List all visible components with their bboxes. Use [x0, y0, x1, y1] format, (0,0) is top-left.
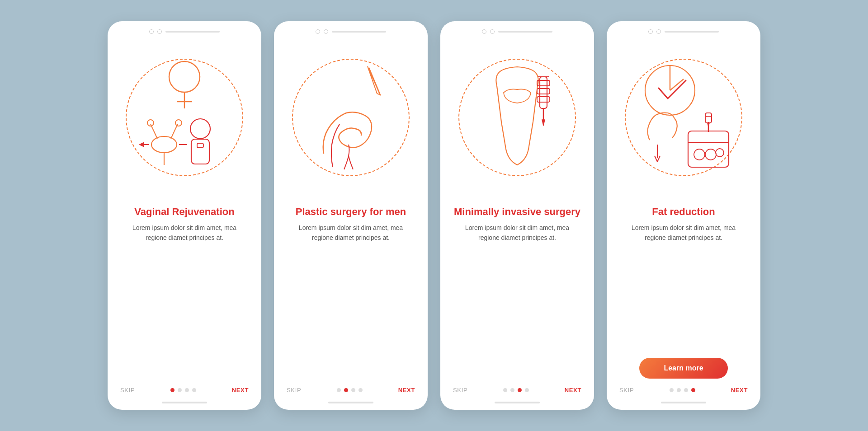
dot-3-2	[510, 388, 514, 392]
card-2-bottom-bar	[328, 402, 373, 403]
svg-point-24	[694, 149, 705, 160]
card-2-title: Plastic surgery for men	[287, 206, 415, 218]
dot-2-1	[337, 388, 341, 392]
svg-rect-5	[197, 143, 203, 148]
icon-vaginal-rejuvenation	[130, 50, 239, 185]
card-1-skip[interactable]: SKIP	[120, 387, 135, 394]
top-line-2	[332, 31, 386, 33]
top-circle-2	[157, 29, 162, 34]
svg-rect-15	[537, 80, 550, 86]
dot-2-2	[344, 388, 348, 392]
card-3-bottom-bar	[495, 402, 540, 403]
card-4-body: Lorem ipsum dolor sit dim amet, mea regi…	[607, 223, 760, 350]
learn-more-button[interactable]: Learn more	[639, 358, 727, 379]
card-3-title: Minimally invasive surgery	[445, 206, 590, 218]
top-line-3	[498, 31, 552, 33]
dot-1-4	[192, 388, 196, 392]
card-4-dots	[670, 388, 695, 392]
card-1-title: Vaginal Rejuvenation	[125, 206, 243, 218]
top-circle-8	[656, 29, 661, 34]
dot-4-2	[677, 388, 681, 392]
svg-point-3	[190, 119, 210, 139]
dot-3-4	[525, 388, 529, 392]
card-1-body: Lorem ipsum dolor sit dim amet, mea regi…	[108, 223, 261, 301]
svg-rect-13	[540, 77, 547, 108]
dot-3-3	[518, 388, 522, 392]
icon-fat-reduction	[625, 50, 742, 185]
svg-point-0	[169, 61, 200, 92]
card-minimally-invasive: Minimally invasive surgery Lorem ipsum d…	[440, 21, 594, 410]
card-3-dots	[503, 388, 529, 392]
svg-rect-16	[537, 89, 550, 94]
card-4-skip[interactable]: SKIP	[619, 387, 634, 394]
icon-minimally-invasive	[463, 50, 571, 185]
card-2-skip[interactable]: SKIP	[287, 387, 301, 394]
top-line-1	[165, 31, 220, 33]
card-4-bottom-bar	[661, 402, 706, 403]
top-bar-3	[440, 29, 594, 34]
dot-2-3	[351, 388, 355, 392]
card-2-footer: SKIP NEXT	[274, 379, 428, 398]
card-vaginal-rejuvenation: Vaginal Rejuvenation Lorem ipsum dolor s…	[108, 21, 261, 410]
card-plastic-surgery-men: Plastic surgery for men Lorem ipsum dolo…	[274, 21, 428, 410]
top-bar-2	[274, 29, 428, 34]
card-3-footer: SKIP NEXT	[440, 379, 594, 398]
card-1-next[interactable]: NEXT	[232, 387, 249, 394]
card-2-dots	[337, 388, 363, 392]
dot-1-3	[185, 388, 189, 392]
card-1-dots	[170, 388, 196, 392]
card-4-next[interactable]: NEXT	[731, 387, 748, 394]
top-circle-4	[324, 29, 328, 34]
svg-point-25	[705, 149, 716, 160]
top-circle-6	[490, 29, 495, 34]
illustration-fat	[607, 34, 760, 201]
svg-point-26	[716, 149, 724, 157]
card-2-next[interactable]: NEXT	[398, 387, 415, 394]
dot-2-4	[359, 388, 363, 392]
svg-rect-22	[688, 131, 729, 167]
card-3-next[interactable]: NEXT	[565, 387, 581, 394]
dot-1-2	[178, 388, 182, 392]
svg-rect-28	[705, 113, 712, 123]
cards-container: Vaginal Rejuvenation Lorem ipsum dolor s…	[108, 21, 760, 410]
svg-rect-17	[537, 97, 550, 102]
top-circle-3	[316, 29, 320, 34]
dot-4-1	[670, 388, 674, 392]
illustration-plastic	[274, 34, 428, 201]
illustration-minimally	[440, 34, 594, 201]
dot-4-3	[684, 388, 688, 392]
top-circle-5	[482, 29, 486, 34]
dot-3-1	[503, 388, 507, 392]
card-2-body: Lorem ipsum dolor sit dim amet, mea regi…	[274, 223, 428, 301]
illustration-vaginal	[108, 34, 261, 201]
top-bar-4	[607, 29, 760, 34]
top-bar-1	[108, 29, 261, 34]
card-4-footer: SKIP NEXT	[607, 379, 760, 398]
icon-plastic-surgery	[297, 50, 405, 185]
svg-point-8	[175, 120, 182, 126]
top-circle-1	[149, 29, 154, 34]
card-fat-reduction: Fat reduction Lorem ipsum dolor sit dim …	[607, 21, 760, 410]
card-1-footer: SKIP NEXT	[108, 379, 261, 398]
dot-1-1	[170, 388, 175, 392]
card-1-bottom-bar	[162, 402, 207, 403]
top-circle-7	[648, 29, 653, 34]
dot-4-4	[691, 388, 695, 392]
svg-point-6	[151, 136, 177, 153]
card-3-body: Lorem ipsum dolor sit dim amet, mea regi…	[440, 223, 594, 301]
top-line-4	[665, 31, 719, 33]
card-3-skip[interactable]: SKIP	[453, 387, 467, 394]
card-4-title: Fat reduction	[643, 206, 724, 218]
